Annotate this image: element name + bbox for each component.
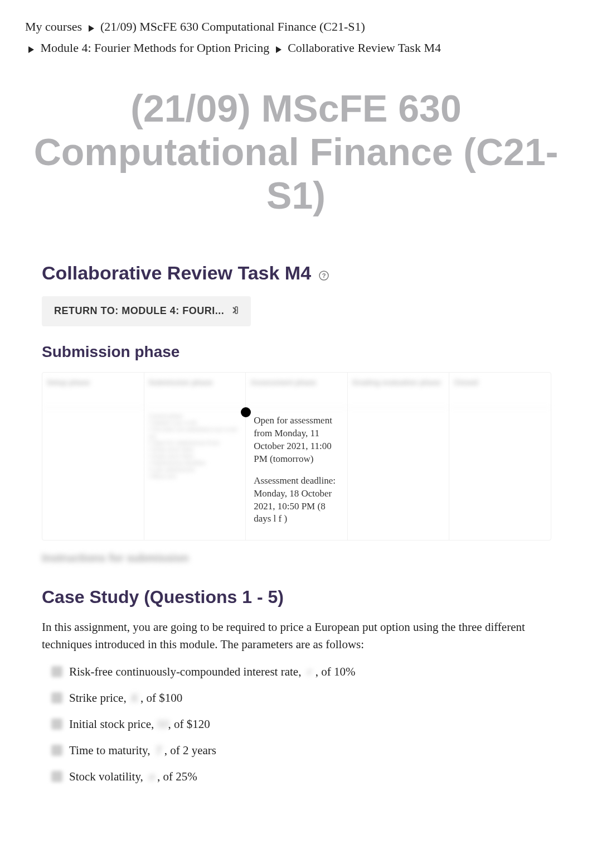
breadcrumb-module[interactable]: Module 4: Fourier Methods for Option Pri… [41,41,270,55]
return-icon [230,306,239,317]
param-text: , of $120 [168,717,210,731]
assessment-deadline-text: Assessment deadline: Monday, 18 October … [246,468,347,528]
phase-header-blurred: Setup phase [42,373,144,408]
param-symbol-blurred: T [153,744,164,758]
page-title: (21/09) MScFE 630 Computational Finance … [11,86,581,218]
param-text: , of $100 [140,691,182,705]
param-symbol-blurred: r [304,665,316,679]
bullet-icon [51,771,62,782]
list-item: Time to maturity, T, of 2 years [56,744,550,758]
current-phase-dot-icon [241,407,251,417]
phase-col-setup: Setup phase [42,373,144,540]
list-item: Stock volatility, σ, of 25% [56,770,550,784]
svg-marker-1 [28,46,34,53]
param-text: , of 2 years [164,744,216,757]
return-button[interactable]: RETURN TO: MODULE 4: FOURI... [42,296,251,326]
bullet-icon [51,718,62,730]
chevron-right-icon [276,39,282,59]
task-heading-text: Collaborative Review Task M4 [42,262,311,283]
breadcrumb: My courses (21/09) MScFE 630 Computation… [0,0,592,64]
list-item: Strike price, K, of $100 [56,691,550,705]
param-text: , of 10% [316,665,356,678]
parameter-list: Risk-free continuously-compounded intere… [42,665,550,784]
breadcrumb-task[interactable]: Collaborative Review Task M4 [288,41,441,55]
bullet-icon [51,745,62,756]
phase-header-blurred: Closed [449,373,551,408]
phase-col-assessment: Assessment phase Open for assessment fro… [246,373,348,540]
param-text: Strike price, [69,691,129,705]
breadcrumb-course[interactable]: (21/09) MScFE 630 Computational Finance … [100,20,365,33]
phase-col-submission: Submission phase Current phase▪ Submit y… [144,373,246,540]
param-text: Stock volatility, [69,770,146,783]
instructions-heading-blurred: Instructions for submission [42,552,550,565]
phase-header-blurred: Assessment phase [246,373,347,408]
assessment-open-text: Open for assessment from Monday, 11 Octo… [246,408,347,468]
chevron-right-icon [28,39,34,59]
bullet-icon [51,666,62,677]
param-text: Initial stock price, [69,717,157,731]
svg-marker-0 [89,25,94,32]
phase-table: Setup phase Submission phase Current pha… [42,372,551,541]
svg-text:?: ? [322,272,326,279]
svg-marker-2 [276,46,282,53]
param-text: Risk-free continuously-compounded intere… [69,665,304,678]
param-symbol-blurred: S0 [157,717,168,731]
phase-header-blurred: Grading evaluation phase [348,373,449,408]
bullet-icon [51,692,62,703]
list-item: Risk-free continuously-compounded intere… [56,665,550,679]
param-symbol-blurred: K [129,691,140,705]
phase-heading: Submission phase [42,343,550,361]
phase-col-closed: Closed [449,373,551,540]
param-text: Time to maturity, [69,744,153,757]
phase-header-blurred: Submission phase [144,373,246,408]
intro-paragraph: In this assignment, you are going to be … [42,619,550,654]
list-item: Initial stock price, S0, of $120 [56,717,550,731]
chevron-right-icon [89,18,94,37]
breadcrumb-my-courses[interactable]: My courses [25,20,82,33]
return-button-label: RETURN TO: MODULE 4: FOURI... [54,305,224,316]
phase-body-blurred: Current phase▪ Submit your work▪ You hav… [144,408,246,484]
help-icon[interactable]: ? [319,263,329,285]
task-heading: Collaborative Review Task M4 ? [42,262,550,286]
param-text: , of 25% [157,770,197,783]
param-symbol-blurred: σ [146,770,157,784]
case-study-heading: Case Study (Questions 1 - 5) [42,587,550,607]
phase-col-grading: Grading evaluation phase [348,373,450,540]
